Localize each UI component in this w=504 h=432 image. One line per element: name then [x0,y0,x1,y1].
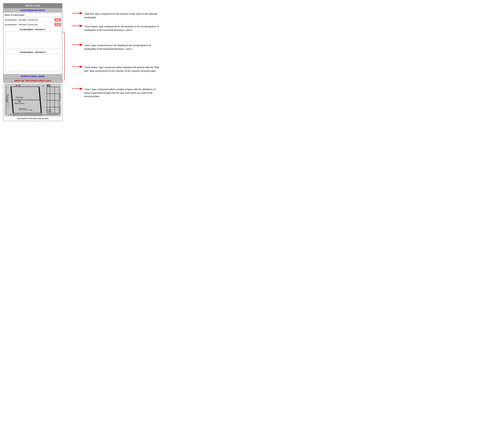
annotation-2-text: "Push button" type components for the in… [84,24,159,33]
svg-text:storey: storey [47,86,51,87]
accel-dir2-file-button[interactable]: File [54,23,61,26]
geo-image-area: A MS (Mass Centre) [3,83,62,121]
accel-dir2-chart-title: Accelerogram - Direction 2 [5,51,61,53]
accel-dir1-file-button[interactable]: File [54,18,61,22]
accel-dir1-chart-area: Accelerogram - Direction 1 [3,27,62,50]
svg-text:A: A [16,84,17,86]
svg-text:L₁: L₁ [25,115,27,116]
panel-title: INPUT DATA [3,3,62,8]
accel-dir2-chart-area: Accelerogram - Direction 2 [3,50,62,72]
arrow-2-icon [72,24,84,28]
accel-dir1-chart-title: Accelerogram - Direction 1 [5,28,61,31]
left-panel: INPUT DATA EARTHQUAKE DATA Name of Earth… [3,3,63,121]
arrow-4-area [72,64,84,69]
arrow-3-icon [72,43,84,47]
geo-svg-diagram: A MS (Mass Centre) [4,84,61,116]
arrow-2-area [72,24,84,28]
svg-text:(Mass Centre): (Mass Centre) [15,103,24,104]
annotation-1: "Edit text" type component for the inser… [72,11,159,20]
annotation-2: "Push button" type components for the in… [72,24,159,33]
annotation-4: "Push button" type component which activ… [72,64,159,74]
geo-caption: Description of the geometrical data [4,117,61,120]
accel-dir2-row: Accelerogram - Direction 2 [cm/(s*s)] Fi… [3,22,62,27]
svg-text:N₀ₜ: N₀ₜ [42,85,45,87]
accel-dir1-chart-box [5,31,61,48]
structural-section-title: STRUCTURAL DATA [3,74,62,78]
arrow-5-icon [72,86,84,91]
arrow-4-icon [72,64,84,69]
accel-dir1-row: Accelerogram - Direction 1 [cm/(s*s)] Fi… [3,18,62,22]
structural-data-button[interactable]: INPUT OF THE STRUCTURAL DATA [3,78,62,83]
svg-text:ground: ground [47,109,52,111]
svg-text:i: i [44,93,45,94]
svg-text:Hₜₛ: Hₜₛ [60,96,61,98]
structural-diagram-svg: A MS (Mass Centre) [4,84,61,116]
earthquake-section-title: EARTHQUAKE DATA [3,8,62,12]
arrow-3-area [72,43,84,47]
annotation-1-text: "Edit text" type component for the inser… [84,11,159,20]
annotation-5: "Axes" type component which contains a f… [72,86,159,99]
arrow-5-area [72,86,84,91]
annotation-3-text: "Axes" type components for the drawing o… [84,43,159,52]
svg-text:upper: upper [47,84,50,86]
annotation-3: "Axes" type components for the drawing o… [72,43,159,52]
earthquake-name-label: Name of Earthquake [4,14,24,16]
svg-text:2: 2 [44,99,45,101]
right-annotations: "Edit text" type component for the inser… [72,3,159,99]
annotation-4-text: "Push button" type component which activ… [84,64,159,74]
earthquake-name-input[interactable] [25,13,61,17]
arrow-1-area [72,11,84,16]
accel-dir2-chart-box [5,54,61,71]
svg-text:1: 1 [44,106,45,108]
svg-text:storey: storey [47,111,51,112]
accel-dir1-label: Accelerogram - Direction 1 [cm/(s*s)] [4,19,54,21]
svg-text:Direction 1: Direction 1 [19,108,27,110]
accel-dir2-label: Accelerogram - Direction 2 [cm/(s*s)] [4,23,54,26]
annotation-5-text: "Axes" type component which contains a f… [84,86,159,99]
earthquake-name-row: Name of Earthquake [3,12,62,18]
svg-text:L₂: L₂ [5,99,7,101]
svg-text:Hᵍₛ: Hᵍₛ [60,109,61,111]
svg-text:MS: MS [18,100,21,102]
arrow-1-icon [72,11,84,16]
